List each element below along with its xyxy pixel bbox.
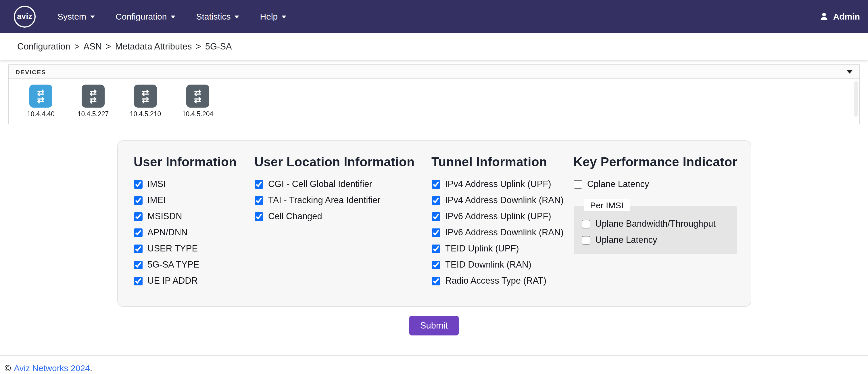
checkbox-label: IMSI: [148, 179, 166, 189]
checkbox-row-msisdn[interactable]: MSISDN: [134, 208, 254, 224]
per-imsi-title: Per IMSI: [584, 199, 630, 211]
checkbox-row-imsi[interactable]: IMSI: [134, 176, 254, 192]
menu-configuration[interactable]: Configuration: [116, 11, 175, 21]
section-user-location-information: User Location Information CGI - Cell Glo…: [254, 155, 431, 289]
checkbox[interactable]: [431, 196, 440, 205]
checkbox-row-ipv6-downlink[interactable]: IPv6 Address Downlink (RAN): [431, 224, 574, 240]
checkbox[interactable]: [574, 180, 582, 189]
menu-statistics-label: Statistics: [196, 11, 231, 21]
main-menu: System Configuration Statistics Help: [58, 11, 286, 21]
checkbox-row-ue-ip-addr[interactable]: UE IP ADDR: [134, 273, 254, 289]
device-ip: 10.4.5.204: [182, 111, 214, 117]
checkbox[interactable]: [431, 244, 440, 253]
checkbox-row-teid-downlink[interactable]: TEID Downlink (RAN): [431, 257, 574, 273]
menu-help[interactable]: Help: [260, 11, 286, 21]
section-title: Tunnel Information: [431, 155, 574, 170]
checkbox-row-cell-changed[interactable]: Cell Changed: [254, 208, 431, 224]
checkbox[interactable]: [582, 220, 590, 228]
checkbox-row-imei[interactable]: IMEI: [134, 192, 254, 208]
breadcrumb: Configuration > ASN > Metadata Attribute…: [0, 33, 868, 60]
checkbox[interactable]: [254, 180, 263, 189]
checkbox[interactable]: [134, 196, 142, 205]
checkbox-row-ipv4-downlink[interactable]: IPv4 Address Downlink (RAN): [431, 192, 574, 208]
submit-button[interactable]: Submit: [409, 316, 459, 336]
user-icon: [819, 11, 829, 21]
metadata-attributes-card: User Information IMSI IMEI MSISDN APN/DN…: [117, 140, 751, 307]
checkbox[interactable]: [254, 196, 263, 205]
breadcrumb-metadata-attributes[interactable]: Metadata Attributes: [115, 41, 192, 52]
breadcrumb-5g-sa: 5G-SA: [205, 41, 232, 52]
devices-scrollbar[interactable]: [854, 81, 858, 117]
checkbox[interactable]: [582, 236, 590, 244]
checkbox-row-tai[interactable]: TAI - Tracking Area Identifier: [254, 192, 431, 208]
section-title: User Information: [134, 155, 254, 170]
switch-icon: ⇄⇄: [82, 85, 104, 108]
checkbox[interactable]: [134, 212, 142, 221]
checkbox[interactable]: [431, 180, 440, 189]
per-imsi-group: Per IMSI Uplane Bandwidth/Throughput Upl…: [574, 206, 737, 254]
device-item[interactable]: ⇄⇄ 10.4.5.204: [179, 85, 216, 117]
checkbox-row-cplane-latency[interactable]: Cplane Latency: [574, 176, 746, 192]
checkbox-label: CGI - Cell Global Identifier: [268, 179, 372, 189]
checkbox-row-ipv6-uplink[interactable]: IPv6 Address Uplink (UPF): [431, 208, 574, 224]
chevron-down-icon: [90, 16, 95, 19]
checkbox-row-cgi[interactable]: CGI - Cell Global Identifier: [254, 176, 431, 192]
device-item[interactable]: ⇄⇄ 10.4.4.40: [23, 85, 59, 117]
menu-system[interactable]: System: [58, 11, 95, 21]
menu-help-label: Help: [260, 11, 278, 21]
aviz-logo[interactable]: aviz: [14, 5, 36, 27]
device-item[interactable]: ⇄⇄ 10.4.5.210: [127, 85, 164, 117]
checkbox[interactable]: [134, 260, 142, 269]
breadcrumb-separator: >: [196, 41, 201, 52]
checkbox-row-teid-uplink[interactable]: TEID Uplink (UPF): [431, 240, 574, 257]
chevron-down-icon: [171, 16, 176, 19]
checkbox[interactable]: [134, 277, 142, 285]
checkbox-label: IMEI: [148, 195, 166, 205]
breadcrumb-asn[interactable]: ASN: [84, 41, 102, 52]
checkbox[interactable]: [431, 228, 440, 237]
checkbox-label: MSISDN: [148, 211, 182, 222]
checkbox[interactable]: [134, 228, 142, 237]
checkbox-row-user-type[interactable]: USER TYPE: [134, 240, 254, 257]
checkbox-label: TEID Uplink (UPF): [445, 243, 519, 254]
checkbox-row-5g-sa-type[interactable]: 5G-SA TYPE: [134, 257, 254, 273]
checkbox[interactable]: [134, 180, 142, 189]
checkbox-label: IPv6 Address Downlink (RAN): [445, 227, 564, 238]
breadcrumb-separator: >: [74, 41, 79, 52]
checkbox-row-ipv4-uplink[interactable]: IPv4 Address Uplink (UPF): [431, 176, 574, 192]
page-footer: ©Aviz Networks 2024.: [0, 355, 868, 373]
checkbox[interactable]: [431, 277, 440, 285]
checkbox-row-rat[interactable]: Radio Access Type (RAT): [431, 273, 574, 289]
checkbox[interactable]: [431, 212, 440, 221]
submit-row: Submit: [0, 316, 868, 336]
checkbox-label: APN/DNN: [148, 227, 188, 238]
checkbox[interactable]: [431, 260, 440, 269]
menu-statistics[interactable]: Statistics: [196, 11, 240, 21]
chevron-down-icon: [235, 16, 240, 19]
checkbox-row-uplane-latency[interactable]: Uplane Latency: [582, 232, 728, 248]
breadcrumb-configuration[interactable]: Configuration: [17, 41, 70, 52]
checkbox[interactable]: [254, 212, 263, 221]
section-title: User Location Information: [254, 155, 431, 170]
device-item[interactable]: ⇄⇄ 10.4.5.227: [75, 85, 112, 117]
checkbox-label: USER TYPE: [148, 243, 198, 254]
checkbox-label: Cplane Latency: [587, 179, 649, 189]
checkbox-label: UE IP ADDR: [148, 276, 198, 286]
checkbox-row-uplane-bandwidth[interactable]: Uplane Bandwidth/Throughput: [582, 216, 728, 232]
section-title: Key Performance Indicator: [574, 155, 746, 170]
devices-panel-header[interactable]: DEVICES: [9, 65, 859, 79]
checkbox[interactable]: [134, 244, 142, 253]
devices-list: ⇄⇄ 10.4.4.40 ⇄⇄ 10.4.5.227 ⇄⇄ 10.4.5.210…: [9, 79, 859, 124]
checkbox-label: Uplane Latency: [595, 235, 657, 245]
admin-label: Admin: [833, 11, 860, 21]
switch-icon: ⇄⇄: [134, 85, 157, 108]
menu-configuration-label: Configuration: [116, 11, 167, 21]
top-navbar: aviz System Configuration Statistics Hel…: [0, 0, 868, 33]
footer-link[interactable]: Aviz Networks 2024: [14, 363, 90, 373]
logo-text: aviz: [17, 12, 32, 21]
checkbox-label: IPv6 Address Uplink (UPF): [445, 211, 551, 222]
collapse-chevron-icon[interactable]: [847, 70, 852, 74]
checkbox-row-apn-dnn[interactable]: APN/DNN: [134, 224, 254, 240]
admin-user-menu[interactable]: Admin: [819, 11, 860, 21]
checkbox-label: Radio Access Type (RAT): [445, 276, 547, 286]
